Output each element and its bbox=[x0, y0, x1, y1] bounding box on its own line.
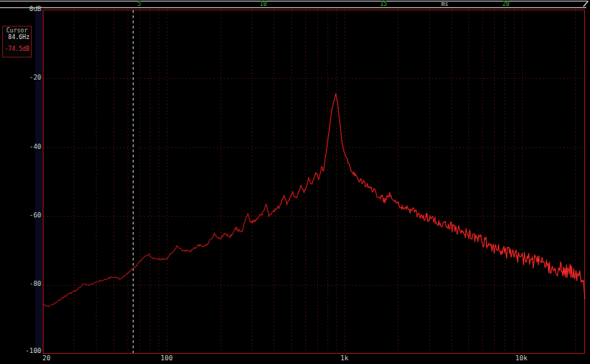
spectrum-analyzer-screen: 5 10 15 ms 20 0dB -20 -40 -60 -80 -100 2… bbox=[0, 0, 590, 364]
time-ruler[interactable]: 5 10 15 ms 20 bbox=[0, 0, 590, 8]
spectrum-plot[interactable] bbox=[0, 0, 590, 364]
y-axis-tick-label: -20 bbox=[0, 74, 41, 81]
ruler-tick-label: 15 bbox=[380, 1, 387, 7]
y-axis-tick-label: -60 bbox=[0, 212, 41, 219]
cursor-title: Cursor bbox=[4, 27, 30, 34]
plot-border bbox=[44, 10, 585, 354]
y-axis-tick-label: -80 bbox=[0, 281, 41, 287]
ruler-tick-label: 20 bbox=[502, 1, 510, 7]
y-axis-tick-label: -40 bbox=[0, 144, 41, 150]
x-axis-tick-label: 10k bbox=[516, 355, 527, 362]
cursor-frequency: 84.6Hz bbox=[4, 34, 30, 41]
ruler-unit-label: ms bbox=[441, 1, 448, 7]
cursor-level: -74.5dB bbox=[4, 46, 30, 52]
x-axis-tick-label: 1k bbox=[341, 355, 349, 362]
ruler-tick-label: 5 bbox=[138, 1, 142, 7]
x-axis-tick-label: 100 bbox=[161, 355, 173, 362]
x-axis-tick-label: 20 bbox=[43, 355, 51, 362]
ruler-tick-label: 10 bbox=[260, 1, 267, 7]
y-axis-tick-label: -100 bbox=[0, 348, 41, 354]
grid-lines bbox=[44, 10, 584, 353]
y-axis-top-label: 0dB bbox=[0, 6, 41, 13]
spectrum-trace bbox=[43, 94, 585, 307]
cursor-readout: Cursor 84.6Hz -74.5dB bbox=[2, 26, 32, 57]
